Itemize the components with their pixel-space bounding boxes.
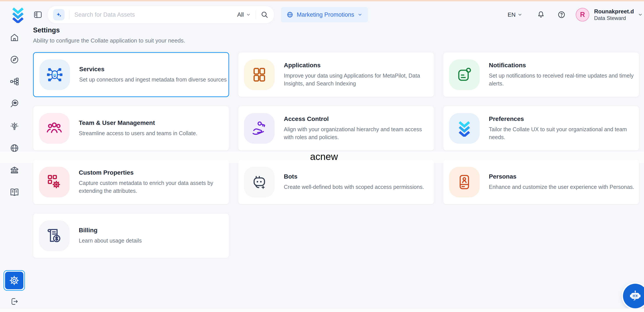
settings-card-preferences[interactable]: Preferences Tailor the Collate UX to sui… [443,106,639,151]
card-icon-tile [244,59,274,90]
card-icon-tile [449,113,480,144]
squares-gear-icon [46,174,62,190]
divider [256,10,256,19]
card-text: Notifications Set up notifications to re… [489,62,638,87]
card-title: Custom Properties [79,169,228,176]
chat-bot-icon [628,289,642,303]
search-scope-label: All [237,12,244,18]
card-icon-tile [39,113,70,144]
sidebar-item-insights[interactable] [10,121,19,131]
page-title: Settings [33,26,60,34]
card-icon-tile [244,113,274,144]
avatar-initial: R [580,11,585,19]
card-title: Team & User Management [79,119,198,126]
card-description: Create well-defined bots with scoped acc… [284,183,424,191]
card-text: Bots Create well-defined bots with scope… [284,173,424,191]
card-icon-tile [39,220,70,251]
gear-icon [9,275,20,286]
sidebar-item-governance[interactable] [10,166,19,175]
settings-card-services[interactable]: Services Set up connectors and ingest me… [33,52,229,97]
language-label: EN [508,12,516,18]
settings-card-applications[interactable]: Applications Improve your data using App… [238,52,434,97]
card-description: Learn about usage details [79,237,142,245]
divider [69,10,70,19]
robot-icon [251,174,268,190]
card-title: Access Control [284,115,432,122]
card-icon-tile [449,167,480,197]
card-description: Set up notifications to received real-ti… [489,72,638,87]
card-title: Services [79,66,227,73]
id-card-icon [456,174,473,190]
card-icon-tile [449,59,480,90]
card-icon-tile [244,167,274,197]
logout-icon[interactable] [10,297,19,306]
card-description: Set up connectors and ingest metadata fr… [79,76,227,84]
chevron-down-icon [246,12,251,17]
card-icon-tile [39,167,70,197]
sidebar-item-home[interactable] [10,33,19,42]
user-name: Rounakpreet.d [594,8,634,15]
collate-logo[interactable] [10,6,26,23]
sidebar-item-lineage[interactable] [10,77,19,86]
card-description: Improve your data using Applications for… [284,72,432,87]
help-icon[interactable] [557,11,566,19]
card-text: Custom Properties Capture custom metadat… [79,169,228,195]
sidebar [0,28,29,312]
collate-logo-icon [456,120,473,137]
sidebar-toggle-icon[interactable] [33,10,42,19]
sidebar-item-discovery[interactable] [10,99,19,108]
settings-card-notifications[interactable]: Notifications Set up notifications to re… [443,52,639,97]
card-text: Billing Learn about usage details [79,227,142,245]
avatar[interactable]: R [576,8,589,22]
notifications-bell-icon[interactable] [537,11,545,19]
search-bar[interactable]: Search for Data Assets All [47,6,274,24]
card-text: Services Set up connectors and ingest me… [79,66,227,84]
topbar-right: EN R Rounakpreet.d Data Steward [508,8,644,22]
settings-card-bots[interactable]: Bots Create well-defined bots with scope… [238,160,434,204]
card-text: Personas Enhance and customize the user … [489,173,634,191]
overlay-text: acnew [310,151,338,162]
user-role: Data Steward [594,15,634,22]
user-info[interactable]: Rounakpreet.d Data Steward [594,8,634,22]
card-description: Capture custom metadata to enrich your d… [79,179,228,195]
ai-sparkle-icon[interactable] [53,9,64,20]
page-bottom-strip [0,308,644,312]
search-scope-dropdown[interactable]: All [237,12,251,18]
hand-key-icon [251,120,268,137]
domain-label: Marketing Promotions [297,12,354,18]
user-menu-chevron-icon[interactable] [638,12,643,17]
chat-assistant-fab[interactable] [623,284,644,308]
card-text: Access Control Align with your organizat… [284,115,432,141]
card-title: Bots [284,173,424,180]
chevron-down-icon [518,12,522,17]
card-description: Streamline access to users and teams in … [79,129,198,137]
topbar: Search for Data Assets All Marketing Pro… [0,1,644,28]
settings-card-personas[interactable]: Personas Enhance and customize the user … [443,160,639,204]
settings-card-custom-properties[interactable]: Custom Properties Capture custom metadat… [33,160,229,204]
connectors-icon [46,66,63,83]
card-text: Team & User Management Streamline access… [79,119,198,137]
page-subtitle: Ability to configure the Collate applica… [33,37,185,44]
sidebar-item-settings-active[interactable] [4,270,25,291]
settings-card-access-control[interactable]: Access Control Align with your organizat… [238,106,434,151]
sidebar-item-explore[interactable] [10,55,19,64]
sidebar-item-glossary[interactable] [10,187,19,197]
card-description: Align with your organizational hierarchy… [284,125,432,141]
domain-selector[interactable]: Marketing Promotions [281,7,368,22]
card-icon-tile [40,59,70,90]
search-input[interactable]: Search for Data Assets [74,12,237,18]
search-icon[interactable] [260,11,268,19]
chevron-down-icon [358,12,362,17]
card-title: Preferences [489,115,638,122]
card-text: Preferences Tailor the Collate UX to sui… [489,115,638,141]
card-description: Tailor the Collate UX to suit your organ… [489,125,638,141]
card-text: Applications Improve your data using App… [284,62,432,87]
settings-active-tile [5,272,24,289]
language-selector[interactable]: EN [508,12,522,18]
globe-icon [286,11,294,18]
card-description: Enhance and customize the user experienc… [489,183,634,191]
settings-card-team-user-management[interactable]: Team & User Management Streamline access… [33,106,229,151]
apps-grid-icon [251,66,268,83]
settings-card-billing[interactable]: Billing Learn about usage details [33,213,229,258]
notification-note-icon [456,66,473,83]
